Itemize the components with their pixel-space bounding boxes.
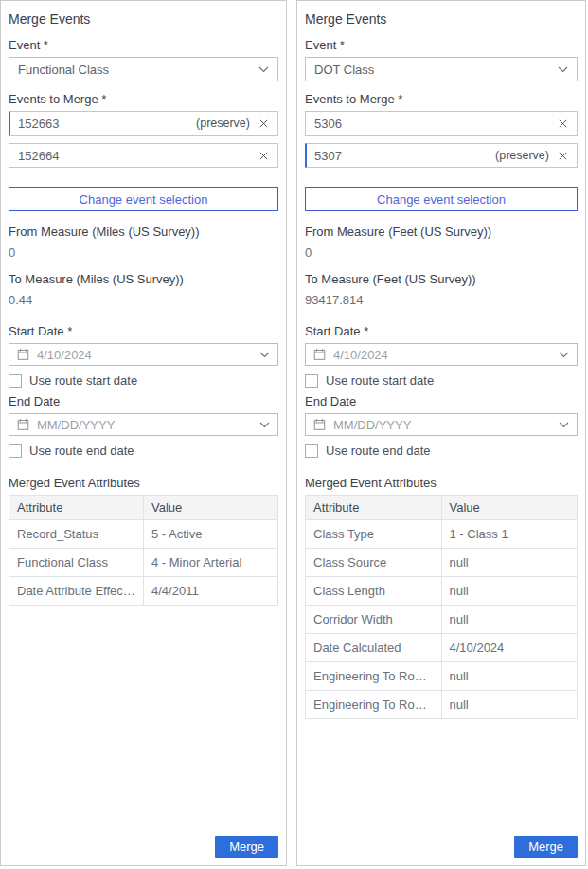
table-row: Engineering To RouteID null xyxy=(306,662,578,691)
event-id: 5306 xyxy=(314,117,549,131)
merge-button[interactable]: Merge xyxy=(215,836,278,858)
value-cell: null xyxy=(441,577,578,606)
attribute-column-header: Attribute xyxy=(306,496,442,520)
table-row: Corridor Width null xyxy=(306,606,578,634)
table-row: Class Source null xyxy=(306,549,578,577)
from-measure-value: 0 xyxy=(305,245,578,260)
table-row: Engineering To Route ... null xyxy=(306,691,578,719)
value-cell: null xyxy=(441,549,578,577)
calendar-icon xyxy=(313,418,326,431)
remove-event-icon[interactable] xyxy=(558,118,568,129)
table-row: Date Calculated 4/10/2024 xyxy=(306,634,578,662)
remove-event-icon[interactable] xyxy=(258,118,269,129)
calendar-icon xyxy=(17,418,29,431)
chevron-down-icon xyxy=(258,66,269,73)
table-row: Date Attribute Effective 4/4/2011 xyxy=(9,577,278,606)
start-date-picker[interactable]: 4/10/2024 xyxy=(305,343,578,366)
event-to-merge-input[interactable]: 152663 (preserve) xyxy=(9,111,278,136)
use-route-start-checkbox[interactable] xyxy=(305,374,318,388)
event-select-value: DOT Class xyxy=(314,63,374,77)
start-date-picker[interactable]: 4/10/2024 xyxy=(9,343,278,366)
value-cell: null xyxy=(441,691,578,719)
chevron-down-icon xyxy=(559,422,569,428)
events-to-merge-label: Events to Merge * xyxy=(9,92,278,106)
from-measure-value: 0 xyxy=(9,245,278,260)
remove-event-icon[interactable] xyxy=(558,151,568,161)
attribute-cell: Engineering To RouteID xyxy=(306,662,442,691)
end-date-label: End Date xyxy=(9,394,278,408)
use-route-end-checkbox[interactable] xyxy=(9,444,22,458)
event-id: 152663 xyxy=(18,117,196,131)
event-select[interactable]: DOT Class xyxy=(305,57,578,81)
value-cell: null xyxy=(441,662,578,691)
events-to-merge-label: Events to Merge * xyxy=(305,92,578,106)
use-route-start-label: Use route start date xyxy=(326,373,434,388)
table-row: Record_Status 5 - Active xyxy=(9,520,278,549)
end-date-label: End Date xyxy=(305,394,578,408)
event-label: Event * xyxy=(9,38,278,52)
attribute-cell: Corridor Width xyxy=(306,606,442,634)
value-cell: 5 - Active xyxy=(144,520,278,549)
change-event-selection-button[interactable]: Change event selection xyxy=(305,187,578,211)
attribute-cell: Date Calculated xyxy=(306,634,442,662)
attribute-cell: Record_Status xyxy=(9,520,144,549)
end-date-placeholder: MM/DD/YYYY xyxy=(37,418,252,432)
table-row: Functional Class 4 - Minor Arterial xyxy=(9,549,278,577)
event-to-merge-input[interactable]: 152664 xyxy=(9,143,278,168)
start-date-label: Start Date * xyxy=(305,324,578,338)
chevron-down-icon xyxy=(259,422,270,428)
to-measure-label: To Measure (Miles (US Survey)) xyxy=(9,272,278,286)
use-route-end-checkbox[interactable] xyxy=(305,444,318,458)
event-to-merge-input[interactable]: 5307 (preserve) xyxy=(305,143,578,168)
merged-event-attributes-label: Merged Event Attributes xyxy=(305,476,578,490)
panel-title: Merge Events xyxy=(305,11,578,27)
end-date-placeholder: MM/DD/YYYY xyxy=(333,418,551,432)
value-cell: 1 - Class 1 xyxy=(441,520,578,549)
end-date-picker[interactable]: MM/DD/YYYY xyxy=(305,413,578,436)
table-row: Class Length null xyxy=(306,577,578,606)
value-cell: 4 - Minor Arterial xyxy=(144,549,278,577)
event-id: 5307 xyxy=(314,149,495,163)
chevron-down-icon xyxy=(558,66,568,73)
event-label: Event * xyxy=(305,38,578,52)
attribute-cell: Date Attribute Effective xyxy=(9,577,144,606)
merge-events-panel-left: Merge Events Event * Functional Class Ev… xyxy=(0,0,287,866)
event-to-merge-input[interactable]: 5306 xyxy=(305,111,578,136)
event-select[interactable]: Functional Class xyxy=(9,57,278,81)
panel-title: Merge Events xyxy=(9,11,278,27)
events-to-merge-list: 5306 5307 (preserve) xyxy=(305,111,578,175)
preserve-tag: (preserve) xyxy=(495,149,549,162)
attribute-cell: Engineering To Route ... xyxy=(306,691,442,719)
merge-button[interactable]: Merge xyxy=(514,836,578,858)
use-route-start-label: Use route start date xyxy=(29,373,137,388)
remove-event-icon[interactable] xyxy=(258,151,269,161)
use-route-start-checkbox[interactable] xyxy=(9,374,22,388)
change-event-selection-button[interactable]: Change event selection xyxy=(9,187,278,211)
start-date-label: Start Date * xyxy=(9,324,278,338)
events-to-merge-list: 152663 (preserve) 152664 xyxy=(9,111,278,175)
table-row: Class Type 1 - Class 1 xyxy=(306,520,578,549)
to-measure-value: 93417.814 xyxy=(305,293,578,307)
to-measure-value: 0.44 xyxy=(9,293,278,307)
attributes-table: Attribute Value Record_Status 5 - Active… xyxy=(9,495,278,606)
attribute-cell: Functional Class xyxy=(9,549,144,577)
calendar-icon xyxy=(17,348,29,361)
calendar-icon xyxy=(313,348,326,361)
preserve-tag: (preserve) xyxy=(196,117,250,130)
merge-events-panel-right: Merge Events Event * DOT Class Events to… xyxy=(296,0,586,866)
from-measure-label: From Measure (Miles (US Survey)) xyxy=(9,225,278,239)
event-select-value: Functional Class xyxy=(18,63,109,77)
attribute-cell: Class Length xyxy=(306,577,442,606)
value-cell: 4/4/2011 xyxy=(144,577,278,606)
attribute-column-header: Attribute xyxy=(9,496,144,520)
value-cell: null xyxy=(441,606,578,634)
use-route-end-label: Use route end date xyxy=(29,444,134,458)
attribute-cell: Class Source xyxy=(306,549,442,577)
attributes-table: Attribute Value Class Type 1 - Class 1 C… xyxy=(305,495,578,719)
chevron-down-icon xyxy=(559,352,569,358)
use-route-end-label: Use route end date xyxy=(326,444,431,458)
merged-event-attributes-label: Merged Event Attributes xyxy=(9,476,278,490)
end-date-picker[interactable]: MM/DD/YYYY xyxy=(9,413,278,436)
chevron-down-icon xyxy=(259,352,270,358)
value-cell: 4/10/2024 xyxy=(441,634,578,662)
